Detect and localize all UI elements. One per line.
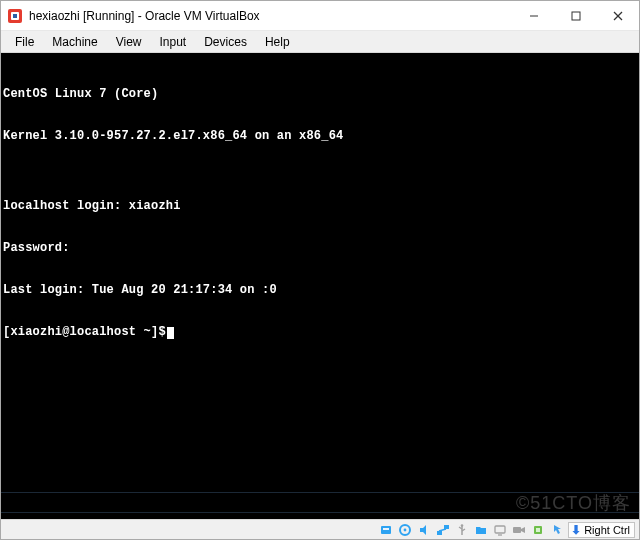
shared-folder-icon[interactable] — [473, 522, 489, 538]
window-title: hexiaozhi [Running] - Oracle VM VirtualB… — [29, 9, 513, 23]
guest-display[interactable]: CentOS Linux 7 (Core) Kernel 3.10.0-957.… — [1, 53, 639, 519]
menu-help[interactable]: Help — [257, 33, 298, 51]
separator — [1, 492, 639, 493]
host-key-indicator[interactable]: ⬇ Right Ctrl — [568, 522, 635, 538]
svg-line-13 — [439, 529, 446, 531]
svg-rect-11 — [437, 531, 442, 535]
window-controls — [513, 1, 639, 30]
network-icon[interactable] — [435, 522, 451, 538]
separator — [1, 512, 639, 513]
recording-icon[interactable] — [511, 522, 527, 538]
menu-file[interactable]: File — [7, 33, 42, 51]
titlebar: hexiaozhi [Running] - Oracle VM VirtualB… — [1, 1, 639, 31]
hostkey-label: Right Ctrl — [584, 524, 630, 536]
terminal-shell-prompt: [xiaozhi@localhost ~]$ — [3, 325, 637, 339]
svg-rect-20 — [513, 527, 521, 533]
terminal-line: CentOS Linux 7 (Core) — [3, 87, 637, 101]
optical-icon[interactable] — [397, 522, 413, 538]
svg-rect-12 — [444, 525, 449, 529]
svg-rect-8 — [383, 528, 389, 530]
virtualbox-window: hexiaozhi [Running] - Oracle VM VirtualB… — [0, 0, 640, 540]
svg-rect-18 — [495, 526, 505, 533]
minimize-button[interactable] — [513, 1, 555, 30]
audio-icon[interactable] — [416, 522, 432, 538]
display-icon[interactable] — [492, 522, 508, 538]
usb-icon[interactable] — [454, 522, 470, 538]
cpu-icon[interactable] — [530, 522, 546, 538]
maximize-button[interactable] — [555, 1, 597, 30]
terminal-line: Kernel 3.10.0-957.27.2.el7.x86_64 on an … — [3, 129, 637, 143]
svg-rect-22 — [536, 528, 540, 532]
svg-rect-4 — [572, 12, 580, 20]
statusbar: ⬇ Right Ctrl — [1, 519, 639, 539]
terminal-login-prompt: localhost login: xiaozhi — [3, 199, 637, 213]
svg-rect-2 — [13, 14, 17, 18]
hostkey-arrow-icon: ⬇ — [571, 524, 581, 536]
disk-icon[interactable] — [378, 522, 394, 538]
menu-input[interactable]: Input — [152, 33, 195, 51]
terminal-password-prompt: Password: — [3, 241, 637, 255]
menu-machine[interactable]: Machine — [44, 33, 105, 51]
close-button[interactable] — [597, 1, 639, 30]
terminal-last-login: Last login: Tue Aug 20 21:17:34 on :0 — [3, 283, 637, 297]
terminal-cursor — [167, 327, 174, 339]
svg-point-15 — [461, 524, 464, 527]
virtualbox-app-icon — [7, 8, 23, 24]
menu-view[interactable]: View — [108, 33, 150, 51]
mouse-capture-icon[interactable] — [549, 522, 565, 538]
menubar: File Machine View Input Devices Help — [1, 31, 639, 53]
menu-devices[interactable]: Devices — [196, 33, 255, 51]
svg-point-10 — [404, 528, 407, 531]
